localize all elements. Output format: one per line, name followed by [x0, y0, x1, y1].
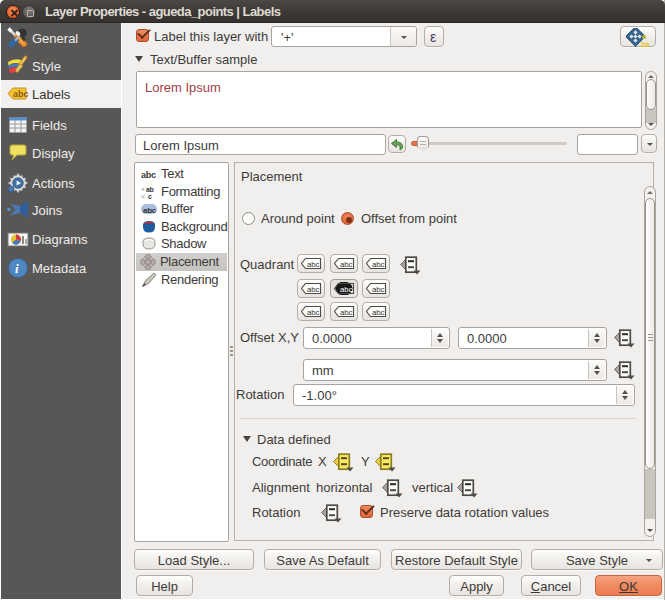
- svg-text:abc: abc: [372, 260, 385, 269]
- svg-text:i: i: [15, 261, 19, 276]
- svg-text:abc: abc: [307, 308, 320, 317]
- svg-text:ab: ab: [146, 186, 154, 193]
- svg-text:abc: abc: [13, 89, 29, 99]
- svg-text:+: +: [141, 186, 145, 193]
- svg-text:abc: abc: [307, 285, 320, 294]
- svg-text:abc: abc: [143, 206, 157, 215]
- svg-text:abc: abc: [340, 260, 353, 269]
- svg-text:abc: abc: [372, 285, 385, 294]
- svg-text:abc: abc: [141, 170, 156, 180]
- svg-text:abc: abc: [340, 308, 353, 317]
- svg-text:c: c: [148, 193, 152, 200]
- svg-text:2a: 2a: [641, 39, 650, 47]
- svg-text:abc: abc: [307, 260, 320, 269]
- svg-text:abc: abc: [340, 285, 353, 294]
- svg-text:<: <: [141, 193, 145, 200]
- svg-text:abc: abc: [372, 308, 385, 317]
